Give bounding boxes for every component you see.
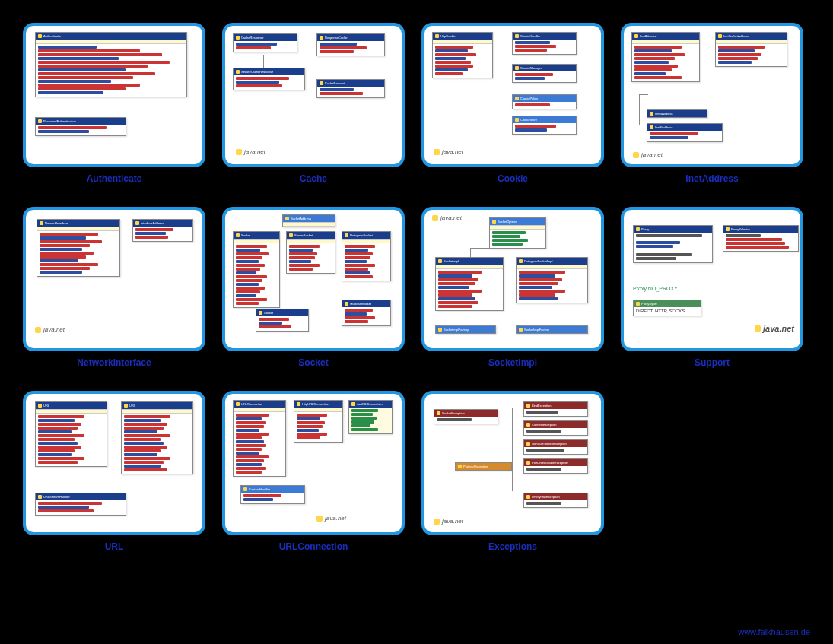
card-header: NoRouteToHostException (524, 440, 587, 447)
thumb-caption: URL (105, 541, 124, 552)
card-header: ServerSocket (287, 232, 335, 239)
card-title: Socket (241, 233, 250, 237)
card-title: CookiePolicy (520, 97, 538, 100)
cell-socket: SocketAddress Socket ServerSocke (222, 207, 405, 368)
card-title: URISyntaxException (532, 495, 560, 499)
card-header: SocketOptions (490, 218, 545, 225)
thumb-authenticate[interactable]: Authenticator PasswordAuthentication (23, 23, 205, 167)
cell-cookie: HttpCookie CookieHandler CookieManager C… (421, 23, 604, 184)
card-title: HttpCookie (440, 34, 456, 38)
card-header: InterfaceAddress (133, 220, 192, 227)
card-title: ServerSocket (294, 233, 313, 237)
thumb-caption: Cookie (498, 173, 528, 184)
card-title: NoRouteToHostException (532, 442, 567, 446)
card-title: URLStreamHandler (43, 495, 70, 499)
card-header: URLStreamHandler (36, 493, 126, 500)
thumb-caption: Exceptions (488, 541, 537, 552)
thumb-inetaddress[interactable]: InetAddress InetSocketAddress (621, 23, 803, 167)
card-header: BindException (524, 402, 587, 409)
thumb-socket[interactable]: SocketAddress Socket ServerSocke (222, 207, 405, 351)
cell-urlconnection: URLConnection HttpURLConnection (222, 391, 405, 552)
thumb-urlconnection[interactable]: URLConnection HttpURLConnection (222, 391, 405, 535)
card-header: SocketImpl (436, 258, 503, 265)
card-title: Proxy.Type (641, 302, 657, 306)
thumb-networkinterface[interactable]: NetworkInterface InterfaceAddress java.n… (23, 207, 205, 351)
card-title: InetAddress (640, 34, 656, 38)
thumbnail-grid: Authenticator PasswordAuthentication Aut… (23, 23, 810, 552)
cell-authenticate: Authenticator PasswordAuthentication Aut… (23, 23, 205, 184)
thumb-cookie[interactable]: HttpCookie CookieHandler CookieManager C… (421, 23, 604, 167)
thumb-support[interactable]: Proxy ProxySelector (621, 207, 803, 351)
card-title: PasswordAuthentication (43, 119, 76, 123)
card-header: HttpURLConnection (294, 401, 342, 408)
card-title: CacheResponse (241, 36, 264, 40)
card-title: ResponseCache (325, 36, 348, 40)
card-header: ConnectException (524, 421, 587, 428)
card-header: CacheResponse (234, 34, 297, 41)
card-header: InetSocketAddress (716, 33, 787, 40)
thumb-socketimpl[interactable]: java.net SocketOptions SocketImpl (421, 207, 604, 351)
card-header: SocketException (434, 410, 498, 417)
thumb-cache[interactable]: CacheResponse SecureCacheResponse Respon… (222, 23, 405, 167)
thumb-caption: InetAddress (685, 173, 738, 184)
card-header: CookieManager (513, 65, 576, 71)
cell-url: URL URI (23, 391, 205, 552)
thumb-exceptions[interactable]: SocketException BindException ConnectExc… (421, 391, 604, 535)
proxy-no-label: Proxy NO_PROXY (633, 286, 678, 291)
card-title: SocketImpl (444, 259, 459, 263)
card-header: PortUnreachableException (524, 459, 587, 466)
cell-exceptions: SocketException BindException ConnectExc… (421, 391, 604, 552)
card-header: Authenticator (36, 33, 186, 40)
card-title: SocketOptions (498, 220, 517, 224)
card-header: SocketImplFactory (517, 326, 587, 333)
package-label: java.net (434, 518, 463, 525)
card-title: SecureCacheResponse (241, 70, 273, 74)
card-title: MulticastSocket (350, 302, 371, 306)
card-title: Authenticator (43, 34, 62, 38)
card-title: JarURLConnection (357, 402, 383, 406)
card-title: DatagramSocketImpl (524, 259, 552, 263)
thumb-caption: NetworkInterface (77, 357, 151, 368)
card-title: Inet6Address (655, 125, 673, 129)
card-title: SocketAddress (291, 217, 311, 220)
card-title: InetSocketAddress (723, 34, 749, 38)
cell-cache: CacheResponse SecureCacheResponse Respon… (222, 23, 405, 184)
card-header: CookieHandler (513, 33, 576, 40)
card-title: ProxySelector (731, 227, 750, 231)
card-title: ContentHandler (249, 487, 270, 491)
card-header: DatagramSocketImpl (517, 258, 587, 265)
thumb-caption: Support (695, 357, 730, 368)
card-title: CacheRequest (325, 81, 345, 85)
card-header: Inet4Address (647, 110, 707, 117)
card-title: CookieHandler (520, 34, 540, 38)
card-title: ProtocolException (463, 465, 488, 468)
card-header: URLConnection (234, 401, 285, 408)
card-header: Socket (234, 232, 279, 239)
footer-link[interactable]: www.falkhausen.de (738, 627, 810, 636)
card-title: BindException (532, 404, 552, 408)
thumb-caption: URLConnection (279, 541, 348, 552)
card-header: CookieStore (513, 116, 576, 123)
card-title: HttpURLConnection (302, 402, 329, 406)
card-header: SecureCacheResponse (234, 68, 304, 75)
cell-inetaddress: InetAddress InetSocketAddress (621, 23, 803, 184)
card-header: Proxy (634, 226, 712, 233)
thumb-url[interactable]: URL URI (23, 391, 205, 535)
card-header: ResponseCache (317, 34, 384, 41)
card-title: URI (129, 404, 135, 408)
card-title: ConnectException (532, 423, 556, 427)
card-title: CookieManager (520, 66, 542, 70)
card-header: HttpCookie (433, 33, 492, 40)
card-title: Inet4Address (655, 112, 673, 116)
card-title: NetworkInterface (45, 221, 68, 225)
thumb-caption: Socket (298, 357, 328, 368)
package-label: java.net (755, 324, 794, 333)
card-title: InterfaceAddress (141, 221, 164, 225)
card-header: ProtocolException (456, 463, 511, 470)
card-header: ContentHandler (241, 486, 304, 493)
card-header: JarURLConnection (349, 401, 392, 408)
card-header: SocketAddress (283, 215, 335, 222)
card-header: SocketImplFactory (436, 326, 495, 333)
cell-support: Proxy ProxySelector (621, 207, 803, 368)
card-header: Proxy.Type (634, 300, 701, 307)
